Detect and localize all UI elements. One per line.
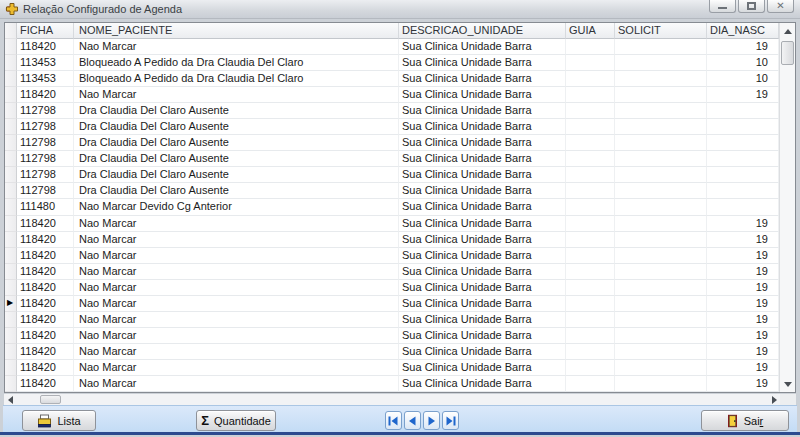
table-row[interactable]: 112798Dra Claudia Del Claro AusenteSua C… — [5, 119, 779, 135]
cell-ficha: 113453 — [17, 55, 74, 71]
cell-dia-nasc: 19 — [707, 39, 779, 55]
vertical-scroll-thumb[interactable] — [781, 41, 794, 65]
cell-descricao-unidade: Sua Clinica Unidade Barra — [399, 183, 566, 199]
next-record-button[interactable] — [423, 411, 440, 430]
table-row[interactable]: 118420Nao MarcarSua Clinica Unidade Barr… — [5, 39, 779, 55]
last-record-button[interactable] — [442, 411, 459, 430]
cell-descricao-unidade: Sua Clinica Unidade Barra — [399, 55, 566, 71]
cell-ficha: 118420 — [17, 264, 74, 280]
horizontal-scrollbar[interactable] — [4, 394, 780, 405]
column-header-descricao-unidade[interactable]: DESCRICAO_UNIDADE — [399, 23, 566, 39]
table-row[interactable]: 118420Nao MarcarSua Clinica Unidade Barr… — [5, 328, 779, 344]
table-row[interactable]: 112798Dra Claudia Del Claro AusenteSua C… — [5, 135, 779, 151]
table-row[interactable]: 112798Dra Claudia Del Claro AusenteSua C… — [5, 151, 779, 167]
prior-record-button[interactable] — [404, 411, 421, 430]
table-row[interactable]: 112798Dra Claudia Del Claro AusenteSua C… — [5, 167, 779, 183]
scroll-down-button[interactable] — [780, 376, 796, 392]
column-header-ficha[interactable]: FICHA — [17, 23, 74, 39]
table-row[interactable]: 112798Dra Claudia Del Claro AusenteSua C… — [5, 103, 779, 119]
cell-ficha: 118420 — [17, 296, 74, 312]
minimize-icon — [718, 7, 727, 9]
cell-descricao-unidade: Sua Clinica Unidade Barra — [399, 87, 566, 103]
cell-ficha: 112798 — [17, 167, 74, 183]
row-indicator — [5, 167, 17, 183]
table-row[interactable]: 118420Nao MarcarSua Clinica Unidade Barr… — [5, 216, 779, 232]
table-row[interactable]: 113453Bloqueado A Pedido da Dra Claudia … — [5, 55, 779, 71]
cell-nome-paciente: Nao Marcar — [74, 232, 399, 248]
cell-guia — [566, 328, 615, 344]
cell-guia — [566, 183, 615, 199]
cell-descricao-unidade: Sua Clinica Unidade Barra — [399, 103, 566, 119]
vertical-scrollbar[interactable] — [779, 23, 795, 392]
column-header-solicit[interactable]: SOLICIT — [615, 23, 707, 39]
table-row[interactable]: 111480Nao Marcar Devido Cg AnteriorSua C… — [5, 199, 779, 215]
cell-guia — [566, 71, 615, 87]
cell-solicit — [615, 87, 707, 103]
close-button[interactable]: ✕ — [767, 0, 794, 13]
table-row[interactable]: 118420Nao MarcarSua Clinica Unidade Barr… — [5, 248, 779, 264]
app-icon — [5, 2, 19, 16]
cell-descricao-unidade: Sua Clinica Unidade Barra — [399, 151, 566, 167]
cell-guia — [566, 199, 615, 215]
scrollbar-corner — [780, 394, 796, 405]
sair-button[interactable]: Sair — [701, 410, 789, 431]
table-row[interactable]: 118420Nao MarcarSua Clinica Unidade Barr… — [5, 87, 779, 103]
table-row[interactable]: 118420Nao MarcarSua Clinica Unidade Barr… — [5, 344, 779, 360]
first-record-button[interactable] — [385, 411, 402, 430]
scroll-up-button[interactable] — [780, 23, 796, 39]
column-header-guia[interactable]: GUIA — [566, 23, 615, 39]
table-row[interactable]: 118420Nao MarcarSua Clinica Unidade Barr… — [5, 264, 779, 280]
scroll-right-button[interactable] — [768, 394, 780, 405]
table-row[interactable]: 112798Dra Claudia Del Claro AusenteSua C… — [5, 183, 779, 199]
maximize-button[interactable] — [738, 0, 765, 13]
cell-guia — [566, 280, 615, 296]
cell-solicit — [615, 199, 707, 215]
scroll-left-icon — [8, 396, 13, 404]
cell-nome-paciente: Nao Marcar — [74, 280, 399, 296]
table-row[interactable]: 118420Nao MarcarSua Clinica Unidade Barr… — [5, 360, 779, 376]
cell-guia — [566, 135, 615, 151]
scroll-left-button[interactable] — [4, 394, 16, 405]
column-header-nome-paciente[interactable]: NOME_PACIENTE — [74, 23, 399, 39]
titlebar[interactable]: Relação Configurado de Agenda ✕ — [0, 0, 800, 19]
cell-dia-nasc: 19 — [707, 248, 779, 264]
cell-dia-nasc: 10 — [707, 55, 779, 71]
cell-dia-nasc — [707, 103, 779, 119]
cell-guia — [566, 103, 615, 119]
scroll-right-icon — [772, 396, 777, 404]
lista-button[interactable]: Lista — [22, 410, 96, 431]
table-row[interactable]: 118420Nao MarcarSua Clinica Unidade Barr… — [5, 312, 779, 328]
cell-ficha: 112798 — [17, 151, 74, 167]
table-row[interactable]: 118420Nao MarcarSua Clinica Unidade Barr… — [5, 232, 779, 248]
cell-solicit — [615, 135, 707, 151]
cell-guia — [566, 39, 615, 55]
cell-descricao-unidade: Sua Clinica Unidade Barra — [399, 312, 566, 328]
row-indicator — [5, 199, 17, 215]
cell-ficha: 118420 — [17, 232, 74, 248]
minimize-button[interactable] — [709, 0, 736, 13]
cell-dia-nasc — [707, 199, 779, 215]
row-indicator — [5, 264, 17, 280]
cell-dia-nasc: 19 — [707, 344, 779, 360]
grid-main: FICHA NOME_PACIENTE DESCRICAO_UNIDADE GU… — [5, 23, 779, 392]
table-row[interactable]: 118420Nao MarcarSua Clinica Unidade Barr… — [5, 280, 779, 296]
quantidade-button-label: Quantidade — [214, 415, 271, 427]
cell-guia — [566, 264, 615, 280]
cell-nome-paciente: Nao Marcar — [74, 344, 399, 360]
cell-ficha: 112798 — [17, 135, 74, 151]
table-row[interactable]: 118420Nao MarcarSua Clinica Unidade Barr… — [5, 376, 779, 392]
cell-solicit — [615, 264, 707, 280]
column-header-dia-nasc[interactable]: DIA_NASC — [707, 23, 779, 39]
cell-solicit — [615, 296, 707, 312]
quantidade-button[interactable]: Σ Quantidade — [196, 410, 276, 431]
window-bottom-border — [0, 432, 800, 435]
cell-nome-paciente: Nao Marcar — [74, 360, 399, 376]
window-controls: ✕ — [709, 0, 794, 13]
row-indicator — [5, 312, 17, 328]
cell-solicit — [615, 280, 707, 296]
table-row[interactable]: 113453Bloqueado A Pedido da Dra Claudia … — [5, 71, 779, 87]
cell-dia-nasc: 19 — [707, 312, 779, 328]
horizontal-scroll-thumb[interactable] — [40, 395, 61, 404]
cell-solicit — [615, 151, 707, 167]
table-row[interactable]: ▶118420Nao MarcarSua Clinica Unidade Bar… — [5, 296, 779, 312]
